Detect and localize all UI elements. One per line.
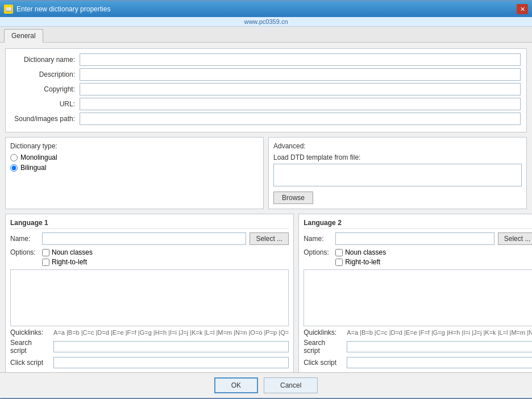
lang2-noun-classes-label: Noun classes [345,248,386,256]
language2-title: Language 2 [304,219,532,229]
advanced-label: Advanced: [273,142,522,150]
lang2-noun-classes-option[interactable]: Noun classes [335,248,386,256]
language2-box: Language 2 Name: Select ... Options: Nou… [298,214,532,372]
monolingual-label: Monolingual [20,153,57,161]
description-row: Description: [11,68,521,81]
advanced-box: Advanced: Load DTD template from file: B… [268,137,527,209]
lang2-options-area [304,269,532,326]
tab-general[interactable]: General [4,29,43,43]
title-bar: 📖 Enter new dictionary properties ✕ [0,1,532,17]
monolingual-option[interactable]: Monolingual [10,153,259,161]
watermark: www.pc0359.cn [0,17,532,27]
description-label: Description: [11,70,80,78]
radio-group: Monolingual Bilingual [10,153,259,172]
lang1-checkbox-group: Noun classes Right-to-left [42,248,93,266]
lang1-noun-classes-checkbox[interactable] [42,249,49,256]
lang2-checkbox-group: Noun classes Right-to-left [335,248,386,266]
lang1-options-label: Options: [10,248,39,256]
lang1-quicklinks-row: Quicklinks: A=a |B=b |C=c |D=d |E=e |F=f… [10,329,289,336]
sound-images-row: Sound/images path: [11,113,521,125]
lang2-click-script-label: Click script [304,359,343,367]
title-bar-left: 📖 Enter new dictionary properties [4,5,110,14]
lang1-quicklinks-label: Quicklinks: [10,329,50,336]
lang1-search-script-input[interactable] [53,341,289,352]
sound-images-label: Sound/images path: [11,115,80,123]
dtd-input[interactable] [273,164,522,186]
lang2-options-label: Options: [304,248,332,256]
dtd-label: Load DTD template from file: [273,153,522,161]
browse-button[interactable]: Browse [273,192,313,204]
url-label: URL: [11,100,80,108]
lang2-quicklinks-label: Quicklinks: [304,329,343,336]
lang1-search-script-label: Search script [10,339,50,355]
bilingual-radio[interactable] [10,164,18,172]
dialog-title: Enter new dictionary properties [16,5,110,13]
url-row: URL: [11,98,521,110]
lang1-noun-classes-label: Noun classes [52,248,93,256]
lang1-right-to-left-label: Right-to-left [52,258,87,266]
url-input[interactable] [80,98,521,110]
bilingual-option[interactable]: Bilingual [10,164,259,172]
dictionary-type-label: Dictionary type: [10,142,259,150]
content-area: Dictionary name: Description: Copyright:… [0,43,532,372]
lang2-select-button[interactable]: Select ... [498,232,532,245]
lang2-name-label: Name: [304,235,332,243]
app-icon: 📖 [4,5,13,14]
close-button[interactable]: ✕ [517,4,528,14]
lang2-quicklinks-row: Quicklinks: A=a |B=b |C=c |D=d |E=e |F=f… [304,329,532,336]
dictionary-name-input[interactable] [80,53,521,66]
lang1-right-to-left-option[interactable]: Right-to-left [42,258,93,266]
lang1-select-button[interactable]: Select ... [250,232,289,245]
language1-title: Language 1 [10,219,289,229]
copyright-input[interactable] [80,83,521,95]
lang2-options-row: Options: Noun classes Right-to-left [304,248,532,266]
dictionary-type-box: Dictionary type: Monolingual Bilingual [5,137,264,209]
lang1-noun-classes-option[interactable]: Noun classes [42,248,93,256]
lang1-right-to-left-checkbox[interactable] [42,259,49,266]
lang2-search-script-label: Search script [304,339,343,355]
lang2-quicklinks-text: A=a |B=b |C=c |D=d |E=e |F=f |G=g |H=h |… [347,329,532,336]
lang1-name-input[interactable] [42,232,246,245]
lang1-name-label: Name: [10,235,39,243]
dictionary-name-row: Dictionary name: [11,53,521,66]
description-input[interactable] [80,68,521,81]
tab-bar: General [0,27,532,43]
copyright-row: Copyright: [11,83,521,95]
lang2-name-input[interactable] [335,232,494,245]
bilingual-label: Bilingual [20,164,46,172]
lang1-quicklinks-text: A=a |B=b |C=c |D=d |E=e |F=f |G=g |H=h |… [53,329,289,336]
footer: OK Cancel [0,372,532,398]
lang1-options-row: Options: Noun classes Right-to-left [10,248,289,266]
lang1-search-script-row: Search script [10,339,289,355]
sound-images-input[interactable] [80,113,521,125]
ok-button[interactable]: OK [214,377,258,393]
cancel-button[interactable]: Cancel [264,377,318,393]
dictionary-name-label: Dictionary name: [11,56,80,64]
lang1-name-row: Name: Select ... [10,232,289,245]
dialog: 📖 Enter new dictionary properties ✕ www.… [0,1,532,398]
lang2-right-to-left-option[interactable]: Right-to-left [335,258,386,266]
lang2-click-script-input[interactable] [347,357,532,368]
lang1-click-script-row: Click script [10,357,289,368]
lang2-right-to-left-label: Right-to-left [345,258,380,266]
lang1-click-script-input[interactable] [53,357,289,368]
monolingual-radio[interactable] [10,154,18,161]
lang1-options-area [10,269,289,326]
language1-box: Language 1 Name: Select ... Options: Nou… [5,214,294,372]
type-advanced-section: Dictionary type: Monolingual Bilingual A… [5,137,527,209]
lang1-click-script-label: Click script [10,359,50,367]
lang2-click-script-row: Click script [304,357,532,368]
lang2-right-to-left-checkbox[interactable] [335,259,343,266]
language-section: Language 1 Name: Select ... Options: Nou… [5,214,527,372]
lang2-search-script-input[interactable] [347,341,532,352]
lang2-name-row: Name: Select ... [304,232,532,245]
basic-fields-section: Dictionary name: Description: Copyright:… [5,48,527,132]
copyright-label: Copyright: [11,85,80,93]
lang2-search-script-row: Search script [304,339,532,355]
lang2-noun-classes-checkbox[interactable] [335,249,343,256]
